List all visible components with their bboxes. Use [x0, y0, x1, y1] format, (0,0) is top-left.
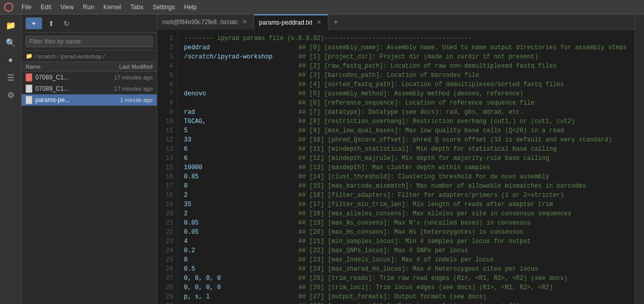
code-line: 6 ## [11] [mindepth_statistical]: Min de…: [184, 145, 629, 154]
menu-bar: File Edit View Run Kernel Tabs Settings …: [0, 0, 644, 14]
line-number: 24: [157, 246, 177, 255]
breadcrumb-path: / scratch / ipyrad-workshop /: [34, 53, 105, 59]
sidebar-toolbar: + ⬆ ↻: [22, 14, 157, 33]
line-number: 20: [157, 209, 177, 218]
code-editor[interactable]: -------- ipyrad params file (v.0.9.92)--…: [178, 30, 635, 304]
extension-icon[interactable]: ⚙: [3, 87, 18, 103]
file-name: 07089_C1...: [35, 74, 93, 81]
menu-file[interactable]: File: [17, 3, 35, 12]
line-number: 8: [157, 98, 177, 108]
filter-input[interactable]: [26, 36, 153, 47]
code-line: 0 ## [15] [max_barcode_mismatch]: Max nu…: [184, 181, 629, 191]
line-number: 2: [157, 43, 177, 52]
menu-settings[interactable]: Settings: [149, 3, 179, 12]
code-line: 8 ## [23] [max_Indels_locus]: Max # of i…: [184, 255, 629, 265]
code-line: 0.85 ## [14] [clust_threshold]: Clusteri…: [184, 172, 629, 181]
file-browser: + ⬆ ↻ 📁 / scratch / ipyrad-workshop / Na…: [22, 14, 157, 304]
file-modified: 1 minute ago: [96, 97, 153, 103]
code-line: 35 ## [17] [filter_min_trim_len]: Min le…: [184, 200, 629, 209]
code-line: 33 ## [10] [phred_Qscore_offset]: phred …: [184, 135, 629, 145]
code-line: 2 ## [16] [filter_adapters]: Filter for …: [184, 191, 629, 200]
line-number: 26: [157, 265, 177, 274]
line-numbers: 1234567891011121314151617181920212223242…: [157, 30, 178, 304]
refresh-button[interactable]: ↻: [60, 18, 73, 29]
line-number: 5: [157, 71, 177, 80]
list-item[interactable]: params-pe...1 minute ago: [22, 94, 157, 106]
editor-content[interactable]: 1234567891011121314151617181920212223242…: [157, 30, 635, 304]
line-number: 18: [157, 191, 177, 200]
line-number: 1: [157, 34, 177, 43]
line-number: 22: [157, 228, 177, 237]
line-number: 16: [157, 172, 177, 181]
tab-terminal[interactable]: root@f84e99c72fe8: /scratc ✕: [157, 14, 254, 30]
file-modified: 17 minutes ago: [96, 86, 153, 92]
code-line: 5 ## [9] [max_low_qual_bases]: Max low q…: [184, 126, 629, 135]
menu-tabs[interactable]: Tabs: [127, 3, 148, 12]
circle-icon[interactable]: ●: [3, 52, 18, 68]
code-line: TGCAG, ## [8] [restriction_overhang]: Re…: [184, 117, 629, 126]
code-line: ## [2] [raw_fastq_path]: Location of raw…: [184, 62, 629, 71]
code-line: ## [28] [pop_assign_file]: Path to popul…: [184, 301, 629, 304]
tab-params[interactable]: params-peddrad.txt ✕: [254, 14, 328, 30]
code-line: /scratch/ipyrad-workshop ## [1] [project…: [184, 52, 629, 62]
line-number: 13: [157, 145, 177, 154]
breadcrumb: 📁 / scratch / ipyrad-workshop /: [22, 51, 157, 62]
new-tab-button[interactable]: +: [328, 17, 343, 27]
line-number: 4: [157, 62, 177, 71]
filter-box: [22, 33, 157, 51]
file-icon: [26, 96, 32, 104]
search-icon[interactable]: 🔍: [3, 35, 18, 50]
folder-icon[interactable]: 📁: [3, 17, 18, 33]
code-line: 0, 0, 0, 0 ## [26] [trim_loci]: Trim loc…: [184, 283, 629, 292]
code-line: peddrad ## [0] [assembly_name]: Assembly…: [184, 43, 629, 52]
app-logo: [4, 3, 13, 12]
line-number: 3: [157, 52, 177, 62]
file-icon: [26, 73, 32, 82]
editor-area: root@f84e99c72fe8: /scratc ✕ params-pedd…: [157, 14, 635, 304]
tab-terminal-close[interactable]: ✕: [241, 18, 248, 26]
tab-params-label: params-peddrad.txt: [259, 19, 313, 26]
file-list-header: Name Last Modified: [22, 62, 157, 72]
line-number: 23: [157, 237, 177, 246]
list-item[interactable]: 07089_C1...17 minutes ago: [22, 72, 157, 83]
code-line: 4 ## [21] [min_samples_locus]: Min # sam…: [184, 237, 629, 246]
menu-run[interactable]: Run: [79, 3, 98, 12]
menu-edit[interactable]: Edit: [36, 3, 55, 12]
line-number: 14: [157, 154, 177, 163]
code-line: 10000 ## [13] [maxdepth]: Max cluster de…: [184, 163, 629, 172]
list-item[interactable]: 07089_C1...17 minutes ago: [22, 83, 157, 94]
list-icon[interactable]: ☰: [3, 70, 18, 85]
line-number: 11: [157, 126, 177, 135]
line-number: 19: [157, 200, 177, 209]
line-number: 9: [157, 108, 177, 117]
line-number: 7: [157, 89, 177, 98]
code-line: 2 ## [18] [max_alleles_consens]: Max all…: [184, 209, 629, 218]
menu-kernel[interactable]: Kernel: [99, 3, 126, 12]
right-scrollbar-strip: [635, 14, 644, 304]
code-line: 6 ## [12] [mindepth_majrule]: Min depth …: [184, 154, 629, 163]
code-line: 0.5 ## [24] [max_shared_Hs_locus]: Max #…: [184, 265, 629, 274]
code-line: 0, 0, 0, 0 ## [25] [trim_reads]: Trim ra…: [184, 274, 629, 283]
line-number: 12: [157, 135, 177, 145]
code-line: -------- ipyrad params file (v.0.9.92)--…: [184, 34, 629, 43]
line-number: 25: [157, 255, 177, 265]
new-file-button[interactable]: +: [26, 17, 42, 29]
upload-button[interactable]: ⬆: [45, 18, 57, 29]
menu-view[interactable]: View: [56, 3, 78, 12]
tab-params-close[interactable]: ✕: [316, 19, 323, 26]
col-modified: Last Modified: [91, 64, 153, 70]
menu-help[interactable]: Help: [180, 3, 201, 12]
icon-strip: 📁 🔍 ● ☰ ⚙: [0, 14, 22, 304]
line-number: 6: [157, 80, 177, 89]
line-number: 17: [157, 181, 177, 191]
main-layout: 📁 🔍 ● ☰ ⚙ + ⬆ ↻ 📁 / scratch / ipyrad-wor…: [0, 14, 644, 304]
code-line: ## [4] [sorted_fastq_path]: Location of …: [184, 80, 629, 89]
code-line: p, s, l ## [27] [output_formats]: Output…: [184, 292, 629, 301]
file-icon: [26, 85, 32, 93]
code-line: 0.05 ## [19] [max_Ns_consens]: Max N's (…: [184, 218, 629, 228]
file-name: params-pe...: [35, 96, 93, 104]
code-line: denovo ## [5] [assembly_method]: Assembl…: [184, 89, 629, 98]
line-number: 27: [157, 274, 177, 283]
line-number: 29: [157, 292, 177, 301]
line-number: 21: [157, 218, 177, 228]
